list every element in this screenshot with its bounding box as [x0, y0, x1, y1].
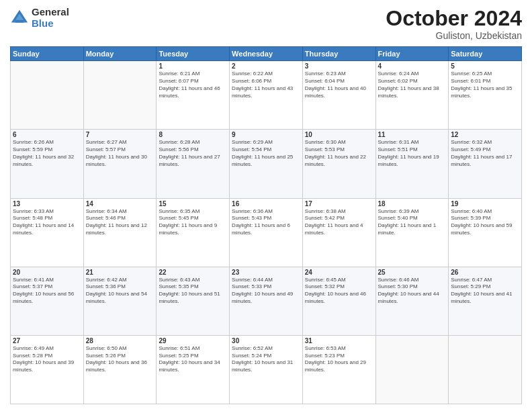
day-number: 31	[305, 337, 373, 345]
day-info: Sunrise: 6:32 AMSunset: 5:49 PMDaylight:…	[451, 139, 519, 168]
col-saturday: Saturday	[449, 47, 522, 61]
table-row	[83, 61, 157, 130]
day-number: 20	[13, 269, 81, 276]
day-info: Sunrise: 6:38 AMSunset: 5:42 PMDaylight:…	[305, 208, 373, 237]
day-info: Sunrise: 6:30 AMSunset: 5:53 PMDaylight:…	[305, 139, 373, 168]
day-number: 15	[159, 200, 227, 208]
table-row	[449, 335, 522, 404]
page: General Blue October 2024 Guliston, Uzbe…	[0, 0, 532, 411]
logo-text: General Blue	[32, 7, 69, 29]
header: General Blue October 2024 Guliston, Uzbe…	[10, 7, 522, 41]
day-number: 19	[451, 200, 519, 208]
table-row: 23Sunrise: 6:44 AMSunset: 5:33 PMDayligh…	[230, 267, 303, 335]
day-info: Sunrise: 6:52 AMSunset: 5:24 PMDaylight:…	[232, 345, 300, 374]
table-row: 30Sunrise: 6:52 AMSunset: 5:24 PMDayligh…	[230, 335, 303, 404]
day-number: 3	[305, 62, 373, 70]
day-number: 18	[378, 200, 447, 208]
day-info: Sunrise: 6:34 AMSunset: 5:46 PMDaylight:…	[86, 208, 154, 237]
day-number: 13	[13, 200, 81, 208]
day-number: 25	[378, 269, 447, 276]
table-row: 27Sunrise: 6:49 AMSunset: 5:28 PMDayligh…	[11, 335, 84, 404]
logo: General Blue	[10, 7, 69, 29]
table-row: 3Sunrise: 6:23 AMSunset: 6:04 PMDaylight…	[302, 61, 375, 130]
day-info: Sunrise: 6:53 AMSunset: 5:23 PMDaylight:…	[305, 345, 373, 374]
logo-icon	[10, 9, 29, 28]
day-number: 1	[159, 62, 227, 70]
day-number: 12	[451, 131, 519, 138]
day-info: Sunrise: 6:49 AMSunset: 5:28 PMDaylight:…	[13, 345, 81, 374]
table-row: 15Sunrise: 6:35 AMSunset: 5:45 PMDayligh…	[157, 198, 230, 267]
table-row: 8Sunrise: 6:28 AMSunset: 5:56 PMDaylight…	[157, 130, 230, 198]
day-info: Sunrise: 6:46 AMSunset: 5:30 PMDaylight:…	[378, 277, 447, 306]
table-row: 19Sunrise: 6:40 AMSunset: 5:39 PMDayligh…	[449, 198, 522, 267]
day-info: Sunrise: 6:45 AMSunset: 5:32 PMDaylight:…	[305, 277, 373, 306]
table-row	[11, 61, 84, 130]
day-number: 2	[232, 62, 300, 70]
calendar-location: Guliston, Uzbekistan	[386, 30, 522, 41]
table-row: 20Sunrise: 6:41 AMSunset: 5:37 PMDayligh…	[11, 267, 84, 335]
day-number: 11	[378, 131, 447, 138]
day-info: Sunrise: 6:21 AMSunset: 6:07 PMDaylight:…	[159, 71, 227, 99]
logo-blue-text: Blue	[32, 18, 69, 30]
day-number: 4	[378, 62, 447, 70]
table-row: 6Sunrise: 6:26 AMSunset: 5:59 PMDaylight…	[11, 130, 84, 198]
table-row: 25Sunrise: 6:46 AMSunset: 5:30 PMDayligh…	[375, 267, 449, 335]
day-number: 14	[86, 200, 154, 208]
col-tuesday: Tuesday	[157, 47, 230, 61]
day-info: Sunrise: 6:42 AMSunset: 5:36 PMDaylight:…	[86, 277, 154, 306]
calendar-title: October 2024	[386, 7, 522, 30]
logo-general-text: General	[32, 7, 69, 18]
table-row: 2Sunrise: 6:22 AMSunset: 6:06 PMDaylight…	[230, 61, 303, 130]
table-row: 11Sunrise: 6:31 AMSunset: 5:51 PMDayligh…	[375, 130, 449, 198]
table-row: 5Sunrise: 6:25 AMSunset: 6:01 PMDaylight…	[449, 61, 522, 130]
table-row: 18Sunrise: 6:39 AMSunset: 5:40 PMDayligh…	[375, 198, 449, 267]
col-friday: Friday	[375, 47, 449, 61]
day-info: Sunrise: 6:51 AMSunset: 5:25 PMDaylight:…	[159, 345, 227, 374]
day-info: Sunrise: 6:24 AMSunset: 6:02 PMDaylight:…	[378, 71, 447, 99]
day-number: 29	[159, 337, 227, 345]
table-row: 1Sunrise: 6:21 AMSunset: 6:07 PMDaylight…	[157, 61, 230, 130]
day-number: 7	[86, 131, 154, 138]
table-row: 12Sunrise: 6:32 AMSunset: 5:49 PMDayligh…	[449, 130, 522, 198]
calendar-table: Sunday Monday Tuesday Wednesday Thursday…	[10, 46, 522, 404]
table-row: 22Sunrise: 6:43 AMSunset: 5:35 PMDayligh…	[157, 267, 230, 335]
table-row: 14Sunrise: 6:34 AMSunset: 5:46 PMDayligh…	[83, 198, 157, 267]
day-info: Sunrise: 6:43 AMSunset: 5:35 PMDaylight:…	[159, 277, 227, 306]
day-info: Sunrise: 6:22 AMSunset: 6:06 PMDaylight:…	[232, 71, 300, 99]
day-info: Sunrise: 6:26 AMSunset: 5:59 PMDaylight:…	[13, 139, 81, 168]
day-info: Sunrise: 6:50 AMSunset: 5:26 PMDaylight:…	[86, 345, 154, 374]
calendar-week-row: 13Sunrise: 6:33 AMSunset: 5:48 PMDayligh…	[11, 198, 522, 267]
table-row: 17Sunrise: 6:38 AMSunset: 5:42 PMDayligh…	[302, 198, 375, 267]
col-thursday: Thursday	[302, 47, 375, 61]
table-row: 9Sunrise: 6:29 AMSunset: 5:54 PMDaylight…	[230, 130, 303, 198]
day-number: 26	[451, 269, 519, 276]
day-info: Sunrise: 6:36 AMSunset: 5:43 PMDaylight:…	[232, 208, 300, 237]
table-row	[375, 335, 449, 404]
table-row: 29Sunrise: 6:51 AMSunset: 5:25 PMDayligh…	[157, 335, 230, 404]
table-row: 24Sunrise: 6:45 AMSunset: 5:32 PMDayligh…	[302, 267, 375, 335]
day-number: 30	[232, 337, 300, 345]
day-info: Sunrise: 6:35 AMSunset: 5:45 PMDaylight:…	[159, 208, 227, 237]
day-number: 27	[13, 337, 81, 345]
calendar-week-row: 20Sunrise: 6:41 AMSunset: 5:37 PMDayligh…	[11, 267, 522, 335]
day-number: 24	[305, 269, 373, 276]
day-info: Sunrise: 6:47 AMSunset: 5:29 PMDaylight:…	[451, 277, 519, 306]
day-info: Sunrise: 6:27 AMSunset: 5:57 PMDaylight:…	[86, 139, 154, 168]
day-number: 28	[86, 337, 154, 345]
day-number: 23	[232, 269, 300, 276]
table-row: 13Sunrise: 6:33 AMSunset: 5:48 PMDayligh…	[11, 198, 84, 267]
calendar-week-row: 6Sunrise: 6:26 AMSunset: 5:59 PMDaylight…	[11, 130, 522, 198]
day-info: Sunrise: 6:41 AMSunset: 5:37 PMDaylight:…	[13, 277, 81, 306]
table-row: 31Sunrise: 6:53 AMSunset: 5:23 PMDayligh…	[302, 335, 375, 404]
day-number: 10	[305, 131, 373, 138]
day-info: Sunrise: 6:33 AMSunset: 5:48 PMDaylight:…	[13, 208, 81, 237]
day-info: Sunrise: 6:25 AMSunset: 6:01 PMDaylight:…	[451, 71, 519, 99]
svg-rect-2	[15, 19, 24, 22]
table-row: 28Sunrise: 6:50 AMSunset: 5:26 PMDayligh…	[83, 335, 157, 404]
table-row: 16Sunrise: 6:36 AMSunset: 5:43 PMDayligh…	[230, 198, 303, 267]
day-number: 5	[451, 62, 519, 70]
day-info: Sunrise: 6:44 AMSunset: 5:33 PMDaylight:…	[232, 277, 300, 306]
table-row: 21Sunrise: 6:42 AMSunset: 5:36 PMDayligh…	[83, 267, 157, 335]
col-monday: Monday	[83, 47, 157, 61]
day-info: Sunrise: 6:39 AMSunset: 5:40 PMDaylight:…	[378, 208, 447, 237]
